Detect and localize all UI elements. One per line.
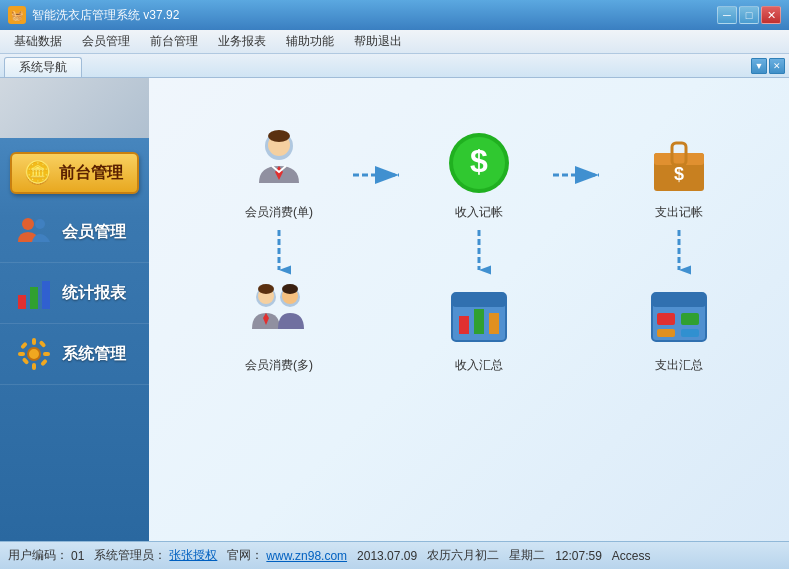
sidebar: 🪙 前台管理 会员管理 <box>0 78 149 541</box>
expense-sum-icon <box>644 281 714 351</box>
active-module-label: 前台管理 <box>59 163 123 184</box>
main-area: 🪙 前台管理 会员管理 <box>0 78 789 541</box>
user-code-label: 用户编码： <box>8 547 68 564</box>
tab-dropdown-button[interactable]: ▼ <box>751 58 767 74</box>
svg-rect-49 <box>657 313 675 325</box>
svg-rect-51 <box>657 329 675 337</box>
active-module-button[interactable]: 🪙 前台管理 <box>10 152 139 194</box>
flow-diagram: 会员消费(单) <box>179 98 759 384</box>
title-bar: 🧺 智能洗衣店管理系统 v37.92 ─ □ ✕ <box>0 0 789 30</box>
sidebar-item-settings[interactable]: 系统管理 <box>0 324 149 385</box>
status-admin: 系统管理员： 张张授权 <box>94 547 217 564</box>
title-controls: ─ □ ✕ <box>717 6 781 24</box>
status-date: 2013.07.09 <box>357 549 417 563</box>
sidebar-item-stats[interactable]: 统计报表 <box>0 263 149 324</box>
svg-point-5 <box>28 348 40 360</box>
sidebar-settings-label: 系统管理 <box>62 344 126 365</box>
expense-icon: $ <box>644 128 714 198</box>
svg-point-16 <box>268 130 290 142</box>
lunar-date: 农历六月初二 <box>427 547 499 564</box>
content-area: 会员消费(单) <box>149 78 789 541</box>
app-icon: 🧺 <box>8 6 26 24</box>
svg-point-41 <box>282 284 298 294</box>
svg-rect-46 <box>489 313 499 334</box>
date-value: 2013.07.09 <box>357 549 417 563</box>
menu-item-前台管理[interactable]: 前台管理 <box>140 31 208 52</box>
title-bar-left: 🧺 智能洗衣店管理系统 v37.92 <box>8 6 179 24</box>
tab-close-button[interactable]: ✕ <box>769 58 785 74</box>
svg-point-37 <box>258 284 274 294</box>
income-sum-icon <box>444 281 514 351</box>
admin-label: 系统管理员： <box>94 547 166 564</box>
arrow-down-3 <box>667 226 691 276</box>
sidebar-stats-label: 统计报表 <box>62 283 126 304</box>
income-sum-label: 收入汇总 <box>455 357 503 374</box>
admin-name[interactable]: 张张授权 <box>169 547 217 564</box>
minimize-button[interactable]: ─ <box>717 6 737 24</box>
status-weekday: 星期二 <box>509 547 545 564</box>
member-single-icon <box>244 128 314 198</box>
user-code-value: 01 <box>71 549 84 563</box>
sidebar-member-label: 会员管理 <box>62 222 126 243</box>
time-value: 12:07:59 <box>555 549 602 563</box>
flow-item-expense-sum[interactable]: 支出汇总 <box>644 281 714 374</box>
db-type-value: Access <box>612 549 651 563</box>
flow-item-expense[interactable]: $ 支出记帐 <box>644 128 714 221</box>
flow-item-member-single[interactable]: 会员消费(单) <box>244 128 314 221</box>
svg-point-0 <box>22 218 34 230</box>
status-bar: 用户编码： 01 系统管理员： 张张授权 官网： www.zn98.com 20… <box>0 541 789 569</box>
member-multi-icon <box>244 281 314 351</box>
tab-controls: ▼ ✕ <box>751 58 785 74</box>
menu-item-会员管理[interactable]: 会员管理 <box>72 31 140 52</box>
income-icon: $ <box>444 128 514 198</box>
svg-rect-7 <box>32 363 36 370</box>
status-lunar: 农历六月初二 <box>427 547 499 564</box>
svg-text:$: $ <box>674 164 684 184</box>
flow-item-income[interactable]: $ 收入记帐 <box>444 128 514 221</box>
website-url[interactable]: www.zn98.com <box>266 549 347 563</box>
weekday-value: 星期二 <box>509 547 545 564</box>
arrow-right-1 <box>349 163 409 187</box>
status-user-code: 用户编码： 01 <box>8 547 84 564</box>
svg-rect-45 <box>474 309 484 334</box>
flow-item-income-sum[interactable]: 收入汇总 <box>444 281 514 374</box>
arrow-down-2 <box>467 226 491 276</box>
svg-point-1 <box>35 219 45 229</box>
menu-item-业务报表[interactable]: 业务报表 <box>208 31 276 52</box>
status-db-type: Access <box>612 549 651 563</box>
svg-rect-4 <box>42 281 50 309</box>
menu-bar: 基础数据 会员管理 前台管理 业务报表 辅助功能 帮助退出 <box>0 30 789 54</box>
svg-rect-13 <box>39 340 47 348</box>
stats-icon <box>16 275 52 311</box>
menu-item-基础数据[interactable]: 基础数据 <box>4 31 72 52</box>
window-title: 智能洗衣店管理系统 v37.92 <box>32 7 179 24</box>
sidebar-item-member[interactable]: 会员管理 <box>0 202 149 263</box>
arrow-down-1 <box>267 226 291 276</box>
arrow-right-2 <box>549 163 609 187</box>
sidebar-top-decoration <box>0 78 149 138</box>
svg-rect-6 <box>32 338 36 345</box>
close-button[interactable]: ✕ <box>761 6 781 24</box>
member-multi-label: 会员消费(多) <box>245 357 313 374</box>
svg-rect-12 <box>22 357 30 365</box>
svg-rect-50 <box>681 313 699 325</box>
menu-item-辅助功能[interactable]: 辅助功能 <box>276 31 344 52</box>
expense-sum-label: 支出汇总 <box>655 357 703 374</box>
member-single-label: 会员消费(单) <box>245 204 313 221</box>
settings-icon <box>16 336 52 372</box>
website-label: 官网： <box>227 547 263 564</box>
svg-rect-3 <box>30 287 38 309</box>
flow-item-member-multi[interactable]: 会员消费(多) <box>244 281 314 374</box>
income-label: 收入记帐 <box>455 204 503 221</box>
svg-rect-52 <box>681 329 699 337</box>
tab-系统导航[interactable]: 系统导航 <box>4 57 82 77</box>
svg-rect-44 <box>459 316 469 334</box>
svg-rect-2 <box>18 295 26 309</box>
svg-rect-8 <box>18 352 25 356</box>
status-website: 官网： www.zn98.com <box>227 547 347 564</box>
member-icon <box>16 214 52 250</box>
svg-rect-43 <box>452 293 506 307</box>
svg-rect-11 <box>40 359 48 367</box>
menu-item-帮助退出[interactable]: 帮助退出 <box>344 31 412 52</box>
maximize-button[interactable]: □ <box>739 6 759 24</box>
